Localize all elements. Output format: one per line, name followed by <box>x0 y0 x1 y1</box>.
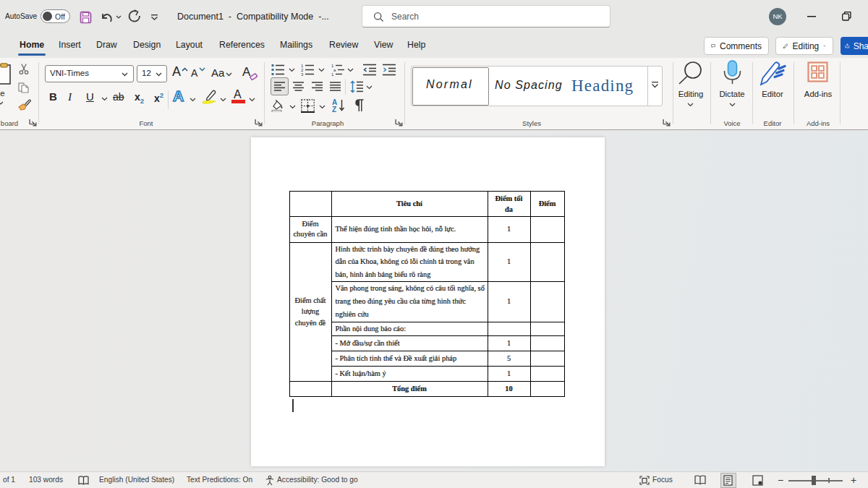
svg-text:a: a <box>333 68 336 72</box>
svg-text:Z: Z <box>332 106 336 113</box>
svg-text:3: 3 <box>301 72 304 77</box>
svg-text:1: 1 <box>331 72 334 77</box>
